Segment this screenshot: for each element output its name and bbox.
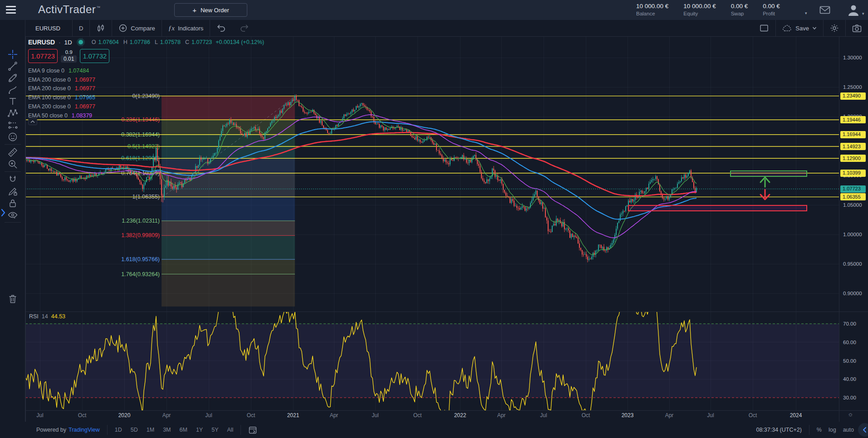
- lock-tool-icon[interactable]: [8, 198, 18, 208]
- change-value: +0.00134 (+0.12%): [216, 39, 264, 45]
- top-bar: ActivTrader™ + New Order 10 000.00 €Bala…: [0, 0, 868, 20]
- profit-stat: 0.00 €Profit: [763, 3, 780, 16]
- indicator-label: EMA 50 close 0: [28, 112, 68, 119]
- down-arrow[interactable]: [760, 190, 770, 200]
- ema-line-100[interactable]: [1, 122, 696, 219]
- range-button-1Y[interactable]: 1Y: [196, 427, 203, 433]
- menu-icon[interactable]: [6, 6, 16, 14]
- indicator-label: EMA 200 close 0: [28, 85, 71, 92]
- fx-icon: ƒx: [168, 24, 175, 32]
- goto-date-icon[interactable]: [248, 425, 257, 434]
- clock-label[interactable]: 08:37:34 (UTC+2): [756, 427, 801, 433]
- magnet-tool-icon[interactable]: [8, 175, 18, 185]
- timezone-settings-icon[interactable]: ☼: [848, 410, 853, 418]
- legend-collapse-button[interactable]: [28, 118, 37, 125]
- indicator-legend-row[interactable]: EMA 200 close 01.06977: [28, 75, 264, 84]
- market-status-dot[interactable]: [78, 40, 83, 44]
- indicator-legend-row[interactable]: EMA 200 close 01.06977: [28, 102, 264, 111]
- layout-button[interactable]: [753, 20, 775, 36]
- trash-tool-icon[interactable]: [8, 294, 18, 304]
- emoji-tool-icon[interactable]: [8, 132, 18, 142]
- collapse-footer-panel-button[interactable]: [858, 423, 868, 437]
- tradingview-link[interactable]: TradingView: [69, 427, 100, 433]
- supply-zone-box[interactable]: [731, 171, 807, 176]
- ema-line-200[interactable]: [1, 132, 696, 196]
- fib-band: [162, 146, 295, 158]
- range-button-5D[interactable]: 5D: [131, 427, 138, 433]
- timeframe-button[interactable]: D: [73, 20, 89, 36]
- gear-icon: [830, 24, 839, 33]
- fib-retracement-tool-icon[interactable]: [8, 73, 18, 83]
- series-info-row: EURUSD · 1D O1.07604H1.07786L1.07578C1.0…: [28, 39, 264, 46]
- settings-button[interactable]: [824, 20, 845, 36]
- symbol-button[interactable]: EURUSD: [25, 20, 72, 36]
- xabcd-pattern-tool-icon[interactable]: [8, 108, 18, 118]
- undo-button[interactable]: [210, 20, 233, 36]
- ohlc-value: 1.07786: [130, 39, 150, 45]
- buy-price-button[interactable]: 1.07732: [80, 49, 109, 63]
- fib-level-label: 1.236(1.02311): [122, 218, 160, 224]
- hide-drawings-tool-icon[interactable]: [8, 210, 18, 220]
- chart-legend: EURUSD · 1D O1.07604H1.07786L1.07578C1.0…: [28, 39, 264, 120]
- date-range-buttons: 1D5D1M3M6M1Y5YAll: [115, 427, 234, 433]
- percent-scale-button[interactable]: %: [817, 427, 822, 433]
- ohlc-value: 1.07578: [160, 39, 181, 45]
- save-button[interactable]: Save: [776, 20, 823, 36]
- fib-band: [162, 235, 295, 259]
- mail-icon[interactable]: [819, 5, 830, 15]
- ema-line-50[interactable]: [1, 115, 696, 238]
- drawing-lock-tool-icon[interactable]: [8, 186, 18, 196]
- new-order-button[interactable]: + New Order: [174, 3, 247, 17]
- avatar[interactable]: [847, 3, 860, 17]
- range-button-3M[interactable]: 3M: [163, 427, 171, 433]
- ruler-tool-icon[interactable]: [8, 147, 18, 157]
- text-tool-icon[interactable]: [8, 97, 18, 107]
- log-scale-button[interactable]: log: [829, 427, 836, 433]
- app-logo: ActivTrader™: [38, 3, 101, 16]
- auto-scale-button[interactable]: auto: [843, 427, 854, 433]
- range-button-1D[interactable]: 1D: [115, 427, 122, 433]
- indicator-legend-row[interactable]: EMA 200 close 01.06977: [28, 84, 264, 93]
- legend-symbol[interactable]: EURUSD: [28, 39, 55, 46]
- trend-line-tool-icon[interactable]: [8, 61, 18, 71]
- layout-grid-icon: [759, 23, 769, 33]
- brush-tool-icon[interactable]: [8, 85, 18, 95]
- redo-button[interactable]: [233, 20, 255, 36]
- range-button-1M[interactable]: 1M: [147, 427, 154, 433]
- indicator-legend-row[interactable]: EMA 100 close 01.07965: [28, 93, 264, 102]
- indicator-value: 1.07965: [75, 94, 95, 101]
- ema-line-9[interactable]: [1, 102, 696, 255]
- legend-interval[interactable]: 1D: [64, 39, 72, 46]
- demand-zone-box[interactable]: [628, 205, 807, 211]
- prediction-tool-icon[interactable]: [8, 120, 18, 130]
- indicator-legend-row[interactable]: EMA 50 close 01.08379: [28, 111, 264, 120]
- sell-price-button[interactable]: 1.07723: [28, 49, 58, 63]
- chart-toolbar: EURUSD D Compare ƒx Indicators Save: [25, 20, 868, 36]
- profit-caret-icon[interactable]: ▾: [805, 11, 807, 15]
- indicator-value: 1.06977: [75, 103, 95, 110]
- crosshair-tool-icon[interactable]: [8, 49, 18, 59]
- rsi-legend[interactable]: RSI 14 44.53: [29, 313, 65, 320]
- up-arrow[interactable]: [760, 177, 770, 187]
- range-button-All[interactable]: All: [227, 427, 234, 433]
- range-button-6M[interactable]: 6M: [180, 427, 187, 433]
- fib-level-label: 1.618(0.95766): [121, 256, 160, 263]
- range-button-5Y[interactable]: 5Y: [211, 427, 218, 433]
- save-caret-icon: [812, 26, 817, 30]
- indicators-button[interactable]: ƒx Indicators: [162, 20, 210, 36]
- expand-panel-icon[interactable]: [0, 207, 6, 219]
- profile-menu-caret-icon[interactable]: ▾: [862, 11, 864, 16]
- fib-band: [162, 197, 295, 221]
- fib-retracement[interactable]: 0(1.23490)0.236(1.19446)0.382(1.16944)0.…: [121, 93, 296, 307]
- indicator-legend-row[interactable]: EMA 9 close 01.07484: [28, 66, 264, 75]
- spread-value: 0.9: [65, 49, 73, 55]
- compare-button[interactable]: Compare: [112, 20, 161, 36]
- zoom-in-tool-icon[interactable]: [8, 159, 18, 169]
- lot-size[interactable]: 0.01: [61, 55, 77, 63]
- ohlc-value: 1.07723: [191, 39, 212, 45]
- screenshot-button[interactable]: [846, 20, 868, 36]
- fib-band: [162, 221, 295, 236]
- powered-by-label: Powered by: [36, 427, 66, 433]
- chart-type-button[interactable]: [90, 20, 112, 36]
- redo-icon: [239, 23, 249, 33]
